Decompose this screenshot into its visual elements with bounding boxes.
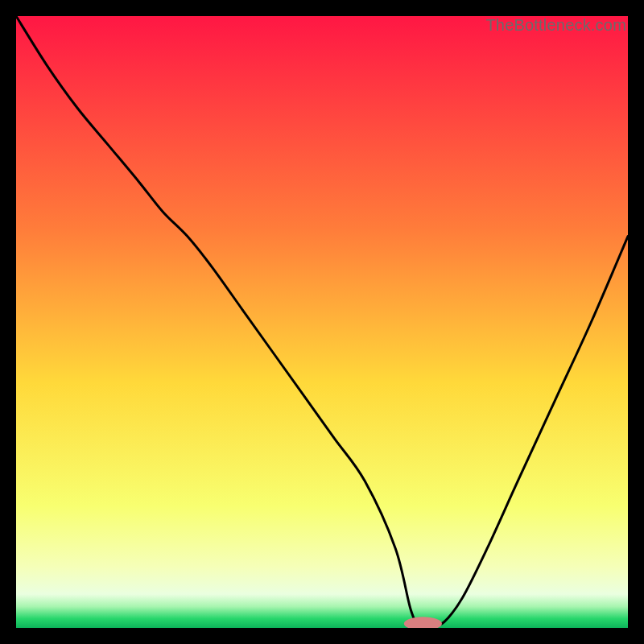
gradient-background: [16, 16, 628, 628]
bottleneck-chart: [16, 16, 628, 628]
chart-container: TheBottleneck.com: [16, 16, 628, 628]
watermark-label: TheBottleneck.com: [485, 16, 626, 35]
